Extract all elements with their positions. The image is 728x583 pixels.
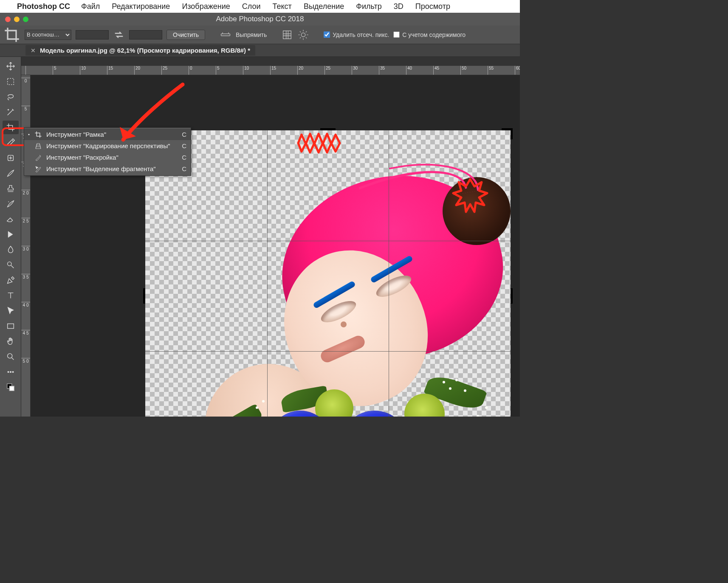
flyout-item-label: Инструмент "Выделение фрагмента" xyxy=(46,165,178,172)
menubar-app-name[interactable]: Photoshop CC xyxy=(17,2,70,11)
svg-rect-5 xyxy=(7,324,14,329)
tool-eraser[interactable] xyxy=(3,212,19,226)
swap-dimensions-icon[interactable] xyxy=(113,29,125,41)
svg-rect-11 xyxy=(9,386,14,391)
active-tool-icon[interactable] xyxy=(3,28,20,41)
menu-file[interactable]: Файл xyxy=(81,2,100,11)
flyout-item-perspective-crop[interactable]: Инструмент "Кадрирование перспективы" C xyxy=(24,140,191,152)
svg-point-6 xyxy=(7,354,12,358)
slice-icon xyxy=(34,154,43,161)
ruler-vertical[interactable]: 051 01 52 02 53 03 54 04 55 0 xyxy=(21,75,31,417)
delete-cropped-pixels-checkbox[interactable]: Удалить отсеч. пикс. xyxy=(324,31,389,38)
document-tabbar: ✕ Модель оригинал.jpg @ 62,1% (Просмотр … xyxy=(0,44,520,57)
delete-cropped-pixels-label: Удалить отсеч. пикс. xyxy=(333,31,389,38)
options-bar: В соотнош… Очистить Выпрямить Удалить от… xyxy=(0,25,520,44)
svg-point-8 xyxy=(10,372,11,373)
svg-point-9 xyxy=(12,372,14,373)
flyout-item-shortcut: C xyxy=(182,142,186,149)
crop-frame[interactable] xyxy=(143,128,513,417)
perspective-crop-icon xyxy=(34,142,43,150)
crop-height-input[interactable] xyxy=(129,30,162,39)
tool-blur[interactable] xyxy=(3,243,19,256)
content-aware-input[interactable] xyxy=(393,31,400,38)
menu-3d[interactable]: 3D xyxy=(394,2,404,11)
tool-move[interactable] xyxy=(3,59,19,73)
tool-type[interactable] xyxy=(3,289,19,302)
tool-edit-toolbar[interactable] xyxy=(3,365,19,379)
tool-history-brush[interactable] xyxy=(3,197,19,211)
delete-cropped-pixels-input[interactable] xyxy=(324,31,330,38)
tool-lasso[interactable] xyxy=(3,90,19,104)
ruler-horizontal[interactable]: 510152025051015202530354045505560 xyxy=(21,66,520,75)
close-tab-icon[interactable]: ✕ xyxy=(31,47,36,54)
tool-marquee[interactable] xyxy=(3,75,19,88)
flyout-item-slice-select[interactable]: Инструмент "Выделение фрагмента" C xyxy=(24,163,191,175)
crop-icon xyxy=(34,131,43,138)
menu-text[interactable]: Текст xyxy=(273,2,292,11)
content-aware-checkbox[interactable]: С учетом содержимого xyxy=(393,31,466,38)
svg-point-7 xyxy=(8,372,9,373)
tool-swatches[interactable] xyxy=(3,380,19,394)
clear-button[interactable]: Очистить xyxy=(166,30,205,40)
menu-layer[interactable]: Слои xyxy=(242,2,261,11)
crop-width-input[interactable] xyxy=(76,30,109,39)
flyout-item-slice[interactable]: Инструмент "Раскройка" C xyxy=(24,152,191,163)
tool-rectangle[interactable] xyxy=(3,319,19,333)
crop-settings-gear-icon[interactable] xyxy=(297,29,309,41)
svg-point-1 xyxy=(302,33,305,37)
tool-path-select[interactable] xyxy=(3,304,19,318)
menu-select[interactable]: Выделение xyxy=(304,2,344,11)
tool-crop[interactable] xyxy=(3,121,19,134)
flyout-item-label: Инструмент "Кадрирование перспективы" xyxy=(46,142,178,149)
crop-handle-t[interactable] xyxy=(320,128,336,130)
flyout-item-label: Инструмент "Рамка" xyxy=(46,131,178,138)
flyout-item-crop[interactable]: ▪ Инструмент "Рамка" C xyxy=(24,129,191,140)
content-aware-label: С учетом содержимого xyxy=(402,31,466,38)
document-canvas[interactable] xyxy=(145,130,511,417)
tool-eyedropper[interactable] xyxy=(3,136,19,149)
straighten-label[interactable]: Выпрямить xyxy=(236,31,267,38)
flyout-item-label: Инструмент "Раскройка" xyxy=(46,154,178,161)
tool-gradient[interactable] xyxy=(3,228,19,241)
straighten-icon[interactable] xyxy=(220,29,231,41)
slice-select-icon xyxy=(34,165,43,173)
window-titlebar: Adobe Photoshop CC 2018 xyxy=(0,13,520,25)
svg-rect-2 xyxy=(7,79,14,85)
svg-point-4 xyxy=(7,262,11,266)
svg-rect-0 xyxy=(221,34,230,36)
toolbox xyxy=(0,57,21,417)
tool-dodge[interactable] xyxy=(3,258,19,272)
menu-image[interactable]: Изображение xyxy=(182,2,230,11)
menu-view[interactable]: Просмотр xyxy=(415,2,450,11)
crop-handle-l[interactable] xyxy=(143,288,145,304)
crop-handle-r[interactable] xyxy=(511,288,513,304)
crop-ratio-select[interactable]: В соотнош… xyxy=(25,30,71,40)
overlay-grid-icon[interactable] xyxy=(281,29,293,41)
window-title: Adobe Photoshop CC 2018 xyxy=(0,15,520,23)
flyout-item-shortcut: C xyxy=(182,154,186,161)
flyout-item-shortcut: C xyxy=(182,131,186,138)
crop-tool-flyout: ▪ Инструмент "Рамка" C Инструмент "Кадри… xyxy=(24,127,191,176)
crop-handle-tr[interactable] xyxy=(502,128,513,139)
flyout-active-dot-icon: ▪ xyxy=(27,132,31,137)
document-tab-title: Модель оригинал.jpg @ 62,1% (Просмотр ка… xyxy=(40,47,250,54)
menu-edit[interactable]: Редактирование xyxy=(112,2,170,11)
document-tab[interactable]: ✕ Модель оригинал.jpg @ 62,1% (Просмотр … xyxy=(25,45,255,56)
flyout-item-shortcut: C xyxy=(182,165,186,172)
tool-hand[interactable] xyxy=(3,335,19,348)
tool-healing[interactable] xyxy=(3,151,19,165)
canvas-area[interactable] xyxy=(31,75,520,417)
tool-stamp[interactable] xyxy=(3,182,19,195)
tool-zoom[interactable] xyxy=(3,350,19,363)
mac-menubar: Photoshop CC Файл Редактирование Изображ… xyxy=(0,0,520,13)
tool-brush[interactable] xyxy=(3,166,19,180)
menu-filter[interactable]: Фильтр xyxy=(356,2,381,11)
tool-magic-wand[interactable] xyxy=(3,105,19,119)
tool-pen[interactable] xyxy=(3,273,19,287)
